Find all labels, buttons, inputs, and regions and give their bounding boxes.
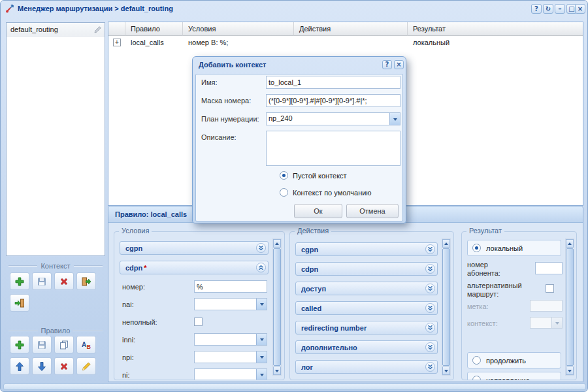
- nai-combo[interactable]: [194, 298, 267, 310]
- collapse-toggle-icon[interactable]: [425, 342, 435, 352]
- combo-arrow-icon[interactable]: [256, 334, 267, 345]
- copy-icon: [59, 340, 69, 350]
- delete-x-icon: [59, 276, 69, 287]
- dialog-close-button[interactable]: ×: [394, 60, 404, 69]
- name-input[interactable]: [266, 76, 400, 89]
- conditions-section-cdpn[interactable]: cdpn*: [120, 261, 269, 274]
- window-title: Менеджер маршрутизации > default_routing: [18, 5, 173, 12]
- numbering-plan-combo[interactable]: np_240: [266, 112, 400, 125]
- context-list-item[interactable]: default_routing: [7, 23, 105, 37]
- continue-radio[interactable]: [472, 356, 481, 365]
- edit-pencil-icon[interactable]: [93, 25, 102, 39]
- scroll-down-icon[interactable]: [442, 367, 450, 375]
- section-label: called: [301, 304, 425, 312]
- help-button[interactable]: ?: [531, 4, 542, 14]
- empty-context-radio[interactable]: [280, 171, 288, 180]
- subscriber-number-input[interactable]: [535, 262, 563, 274]
- rule-move-up-button[interactable]: [10, 357, 29, 375]
- context-toolbar-row1: [10, 272, 96, 290]
- rule-save-button[interactable]: [32, 336, 52, 353]
- refresh-button[interactable]: ↻: [543, 4, 553, 14]
- rule-copy-button[interactable]: [54, 336, 74, 353]
- actions-section-redirecting[interactable]: redirecting number: [295, 321, 438, 335]
- conditions-section-cgpn[interactable]: cgpn: [120, 241, 269, 255]
- context-group-separator: Контекст: [8, 261, 103, 270]
- door-in-icon: [14, 298, 25, 308]
- actions-section-called[interactable]: called: [295, 301, 438, 315]
- grid-header-actions[interactable]: Действия: [294, 22, 408, 36]
- scroll-thumb[interactable]: [442, 248, 450, 366]
- context-save-button[interactable]: [32, 272, 52, 290]
- combo-arrow-icon[interactable]: [256, 299, 267, 310]
- arrow-down-icon: [37, 361, 47, 372]
- result-option-direction[interactable]: направление: [467, 372, 561, 380]
- grid-header-conditions[interactable]: Условия: [183, 22, 294, 36]
- row-expand-button[interactable]: +: [113, 39, 121, 46]
- grid-header-rule[interactable]: Правило: [125, 22, 183, 36]
- scroll-up-icon[interactable]: [273, 239, 281, 248]
- context-import-button[interactable]: [10, 294, 29, 312]
- scroll-up-icon[interactable]: [442, 239, 450, 248]
- context-export-button[interactable]: [76, 272, 96, 290]
- rule-add-button[interactable]: [10, 336, 29, 353]
- scroll-down-icon[interactable]: [273, 367, 281, 375]
- inni-combo[interactable]: [194, 333, 267, 346]
- rule-delete-button[interactable]: [54, 357, 74, 375]
- result-option-local[interactable]: локальный: [467, 240, 561, 256]
- local-radio[interactable]: [472, 244, 481, 252]
- collapse-toggle-icon[interactable]: [425, 244, 435, 254]
- context-add-button[interactable]: [10, 272, 29, 290]
- combo-arrow-icon[interactable]: [256, 351, 267, 363]
- collapse-toggle-icon[interactable]: [425, 264, 435, 274]
- collapse-toggle-icon[interactable]: [425, 284, 435, 293]
- scroll-down-icon[interactable]: [566, 367, 574, 375]
- number-input[interactable]: [194, 280, 267, 293]
- rule-move-down-button[interactable]: [32, 357, 52, 375]
- combo-arrow-icon[interactable]: [389, 113, 400, 125]
- empty-context-label: Пустой контекст: [293, 172, 347, 180]
- scroll-thumb[interactable]: [273, 248, 281, 366]
- alt-route-checkbox[interactable]: [546, 284, 554, 293]
- mask-label: Маска номера:: [201, 97, 251, 105]
- rule-edit-button[interactable]: [76, 357, 96, 375]
- dialog-body: Имя: Маска номера: План нумерации: np_24…: [195, 74, 403, 221]
- rule-rename-button[interactable]: AB: [76, 336, 96, 353]
- collapse-toggle-icon[interactable]: [425, 362, 435, 372]
- combo-arrow-icon[interactable]: [256, 369, 267, 380]
- collapse-toggle-icon[interactable]: [425, 323, 435, 333]
- direction-radio[interactable]: [472, 376, 481, 380]
- dialog-help-button[interactable]: ?: [382, 60, 392, 69]
- minimize-button[interactable]: –: [555, 4, 565, 14]
- actions-section-cdpn[interactable]: cdpn: [295, 262, 438, 276]
- scroll-up-icon[interactable]: [566, 239, 574, 248]
- plus-icon: [14, 276, 25, 287]
- ni-combo[interactable]: [194, 368, 267, 380]
- conditions-scrollbar[interactable]: [272, 238, 282, 376]
- cancel-button[interactable]: Отмена: [346, 204, 399, 218]
- context-delete-button[interactable]: [54, 272, 74, 290]
- result-scrollbar[interactable]: [565, 238, 574, 376]
- actions-section-additional[interactable]: дополнительно: [295, 340, 438, 354]
- window-titlebar[interactable]: Менеджер маршрутизации > default_routing…: [1, 1, 587, 18]
- default-context-label: Контекст по умолчанию: [293, 189, 372, 197]
- npi-combo[interactable]: [194, 351, 267, 363]
- result-option-continue[interactable]: продолжить: [467, 352, 561, 368]
- close-button[interactable]: ×: [575, 4, 585, 14]
- collapse-toggle-icon[interactable]: [256, 243, 266, 253]
- description-textarea[interactable]: [266, 131, 400, 166]
- collapse-toggle-icon[interactable]: [425, 303, 435, 313]
- actions-scrollbar[interactable]: [442, 238, 451, 376]
- incomplete-checkbox[interactable]: [194, 318, 203, 326]
- grid-header-result[interactable]: Результат: [408, 22, 583, 36]
- ok-button[interactable]: Ок: [294, 204, 342, 218]
- collapse-toggle-icon[interactable]: [256, 263, 266, 272]
- actions-section-log[interactable]: лог: [295, 360, 438, 374]
- default-context-radio[interactable]: [280, 188, 288, 197]
- dialog-titlebar[interactable]: Добавить контекст ? ×: [193, 57, 406, 73]
- mask-input[interactable]: [266, 94, 400, 107]
- actions-section-cgpn[interactable]: cgpn: [295, 242, 438, 256]
- actions-section-access[interactable]: доступ: [295, 282, 438, 295]
- combo-arrow-icon: [551, 318, 562, 328]
- conditions-legend: Условия: [119, 227, 152, 235]
- scroll-thumb[interactable]: [566, 248, 574, 366]
